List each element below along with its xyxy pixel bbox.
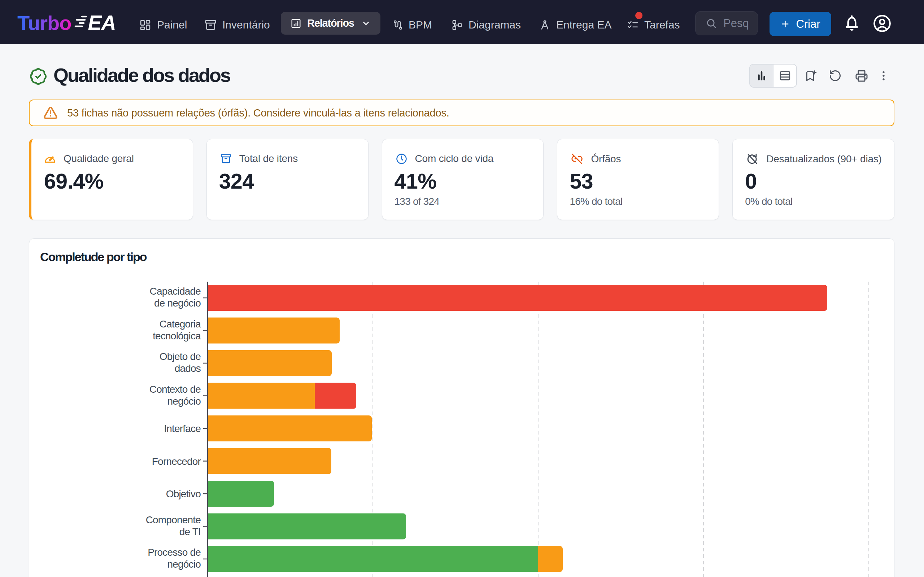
svg-text:Capacidade: Capacidade: [150, 285, 201, 297]
svg-text:dados: dados: [175, 363, 201, 374]
svg-text:Objeto de: Objeto de: [160, 351, 201, 362]
svg-text:negócio: negócio: [168, 396, 201, 407]
svg-text:de TI: de TI: [179, 526, 201, 537]
svg-text:tecnológica: tecnológica: [153, 330, 201, 342]
svg-text:Objetivo: Objetivo: [166, 488, 201, 500]
svg-text:Processo de: Processo de: [148, 547, 201, 558]
svg-text:Fornecedor: Fornecedor: [152, 456, 201, 467]
svg-text:Interface: Interface: [164, 423, 201, 434]
svg-text:Componente: Componente: [146, 514, 201, 525]
svg-text:Categoria: Categoria: [160, 318, 201, 330]
svg-text:negócio: negócio: [168, 559, 201, 570]
svg-text:Contexto de: Contexto de: [149, 384, 201, 395]
svg-text:de negócio: de negócio: [154, 298, 201, 309]
